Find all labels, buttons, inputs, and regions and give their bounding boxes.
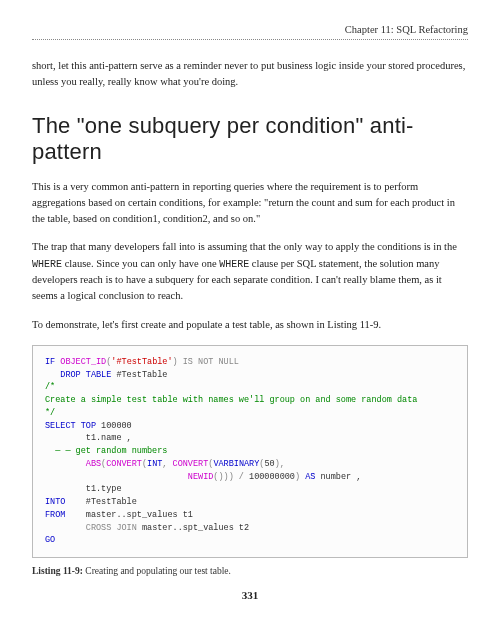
chapter-title: Chapter 11: SQL Refactoring: [345, 24, 468, 35]
listing-text: Creating and populating our test table.: [83, 566, 231, 576]
body-paragraph-1: This is a very common anti-pattern in re…: [32, 179, 468, 228]
where-code-1: WHERE: [32, 259, 62, 270]
intro-paragraph: short, let this anti-pattern serve as a …: [32, 58, 468, 91]
page-number: 331: [0, 589, 500, 601]
listing-label: Listing 11-9:: [32, 566, 83, 576]
body-paragraph-3: To demonstrate, let's first create and p…: [32, 317, 468, 333]
listing-caption: Listing 11-9: Creating and populating ou…: [32, 566, 468, 576]
body-paragraph-2: The trap that many developers fall into …: [32, 239, 468, 304]
where-code-2: WHERE: [219, 259, 249, 270]
section-heading: The "one subquery per condition" anti-pa…: [32, 113, 468, 165]
chapter-header: Chapter 11: SQL Refactoring: [32, 24, 468, 40]
code-listing: IF OBJECT_ID('#TestTable') IS NOT NULL D…: [32, 345, 468, 558]
